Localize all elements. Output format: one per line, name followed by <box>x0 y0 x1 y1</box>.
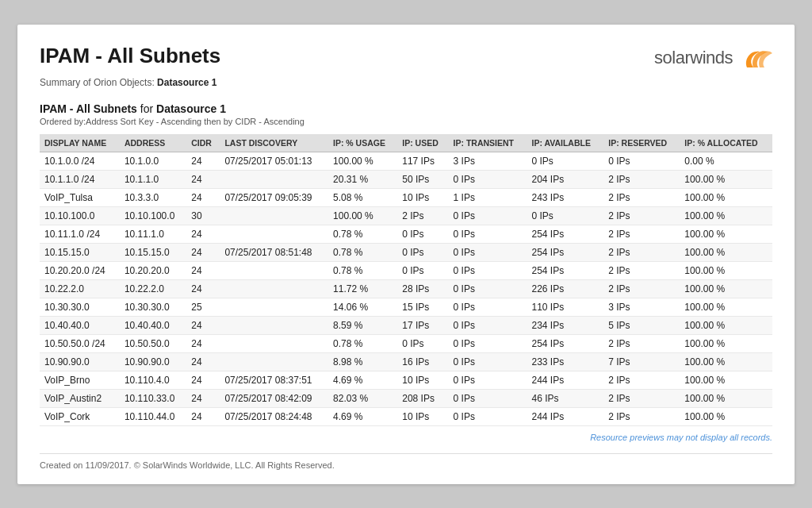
table-cell <box>220 352 328 371</box>
table-cell: 100.00 % <box>680 334 772 352</box>
table-cell: 100.00 % <box>680 371 772 389</box>
table-cell: 24 <box>186 334 220 352</box>
table-cell: 24 <box>186 243 220 261</box>
table-cell: 0.78 % <box>328 225 397 243</box>
table-cell: 10.20.20.0 /24 <box>40 261 120 279</box>
table-cell: 0 IPs <box>449 261 527 279</box>
table-cell <box>220 298 328 316</box>
subnets-table: DISPLAY NAMEADDRESSCIDRLAST DISCOVERYIP:… <box>40 134 772 426</box>
table-cell: 100.00 % <box>680 407 772 425</box>
table-cell: 07/25/2017 09:05:39 <box>220 188 328 206</box>
table-cell: 0 IPs <box>449 407 527 425</box>
table-cell: 254 IPs <box>527 225 603 243</box>
table-cell: 0 IPs <box>449 334 527 352</box>
table-cell: 20.31 % <box>328 170 397 188</box>
table-cell: 2 IPs <box>603 188 680 206</box>
table-cell: 0 IPs <box>449 206 527 225</box>
table-row: VoIP_Cork10.110.44.02407/25/2017 08:24:4… <box>40 407 772 425</box>
table-cell: 0 IPs <box>397 261 448 279</box>
table-cell: 100.00 % <box>680 206 772 225</box>
table-cell: 24 <box>186 316 220 334</box>
table-cell: 8.98 % <box>328 352 397 371</box>
table-row: 10.90.90.010.90.90.0248.98 %16 IPs0 IPs2… <box>40 352 772 371</box>
col-header: IP: TRANSIENT <box>449 134 527 152</box>
order-info: Ordered by:Address Sort Key - Ascending … <box>40 117 772 126</box>
table-cell: 10.3.3.0 <box>120 188 186 206</box>
table-cell: 46 IPs <box>527 389 603 407</box>
col-header: ADDRESS <box>120 134 186 152</box>
table-cell: VoIP_Cork <box>40 407 120 425</box>
table-cell: 2 IPs <box>603 334 680 352</box>
table-cell: 10.22.2.0 <box>120 279 186 298</box>
table-cell: 24 <box>186 352 220 371</box>
page-title: IPAM - All Subnets <box>40 44 220 68</box>
table-cell <box>220 225 328 243</box>
table-cell: 2 IPs <box>603 261 680 279</box>
table-cell: 2 IPs <box>603 225 680 243</box>
table-cell: 100.00 % <box>680 352 772 371</box>
col-header: IP: RESERVED <box>603 134 680 152</box>
table-cell: 10.110.44.0 <box>120 407 186 425</box>
table-cell: 10.11.1.0 /24 <box>40 225 120 243</box>
table-cell: 0 IPs <box>449 170 527 188</box>
table-cell: 234 IPs <box>527 316 603 334</box>
col-header: LAST DISCOVERY <box>220 134 328 152</box>
table-cell: 100.00 % <box>680 170 772 188</box>
table-cell: 254 IPs <box>527 243 603 261</box>
table-row: 10.10.100.010.10.100.030100.00 %2 IPs0 I… <box>40 206 772 225</box>
table-row: 10.20.20.0 /2410.20.20.0240.78 %0 IPs0 I… <box>40 261 772 279</box>
table-cell: 5 IPs <box>603 316 680 334</box>
table-cell: 0 IPs <box>449 316 527 334</box>
table-cell: 254 IPs <box>527 261 603 279</box>
table-cell: 100.00 % <box>680 243 772 261</box>
table-cell: 2 IPs <box>603 170 680 188</box>
table-cell: 110 IPs <box>527 298 603 316</box>
table-cell: 10.1.1.0 /24 <box>40 170 120 188</box>
table-cell: 208 IPs <box>397 389 448 407</box>
table-cell: 0 IPs <box>397 243 448 261</box>
table-row: 10.30.30.010.30.30.02514.06 %15 IPs0 IPs… <box>40 298 772 316</box>
table-cell: 0 IPs <box>449 243 527 261</box>
table-cell: 254 IPs <box>527 334 603 352</box>
table-cell: 10.11.1.0 <box>120 225 186 243</box>
table-cell: 0 IPs <box>449 389 527 407</box>
footer-note: Resource previews may not display all re… <box>40 433 772 442</box>
table-cell: 2 IPs <box>603 407 680 425</box>
table-cell: 0.78 % <box>328 243 397 261</box>
table-cell: 14.06 % <box>328 298 397 316</box>
table-cell: 100.00 % <box>680 316 772 334</box>
table-cell: 0 IPs <box>397 225 448 243</box>
table-row: 10.1.0.0 /2410.1.0.02407/25/2017 05:01:1… <box>40 152 772 170</box>
table-cell: 24 <box>186 279 220 298</box>
table-row: 10.22.2.010.22.2.02411.72 %28 IPs0 IPs22… <box>40 279 772 298</box>
col-header: IP: % ALLOCATED <box>680 134 772 152</box>
table-cell: 0 IPs <box>449 352 527 371</box>
table-cell: 10 IPs <box>397 188 448 206</box>
table-cell: 10.22.2.0 <box>40 279 120 298</box>
table-cell: 10.10.100.0 <box>120 206 186 225</box>
table-cell: 82.03 % <box>328 389 397 407</box>
main-card: IPAM - All Subnets solarwinds Summary of… <box>17 25 795 484</box>
table-cell: 07/25/2017 08:37:51 <box>220 371 328 389</box>
table-cell: 233 IPs <box>527 352 603 371</box>
table-row: 10.1.1.0 /2410.1.1.02420.31 %50 IPs0 IPs… <box>40 170 772 188</box>
table-cell: 0 IPs <box>449 279 527 298</box>
table-row: 10.40.40.010.40.40.0248.59 %17 IPs0 IPs2… <box>40 316 772 334</box>
table-cell <box>220 279 328 298</box>
table-row: VoIP_Tulsa10.3.3.02407/25/2017 09:05:395… <box>40 188 772 206</box>
table-cell: 8.59 % <box>328 316 397 334</box>
table-cell: 11.72 % <box>328 279 397 298</box>
table-cell: 50 IPs <box>397 170 448 188</box>
table-cell: 2 IPs <box>603 389 680 407</box>
logo-text: solarwinds <box>654 48 733 68</box>
table-cell: 100.00 % <box>680 188 772 206</box>
table-cell <box>220 316 328 334</box>
table-cell: 07/25/2017 08:42:09 <box>220 389 328 407</box>
col-header: DISPLAY NAME <box>40 134 120 152</box>
table-cell: 3 IPs <box>603 298 680 316</box>
table-cell <box>220 334 328 352</box>
solarwinds-logo-icon <box>737 44 772 72</box>
table-cell: 24 <box>186 371 220 389</box>
table-cell: 0.78 % <box>328 334 397 352</box>
table-cell: 5.08 % <box>328 188 397 206</box>
